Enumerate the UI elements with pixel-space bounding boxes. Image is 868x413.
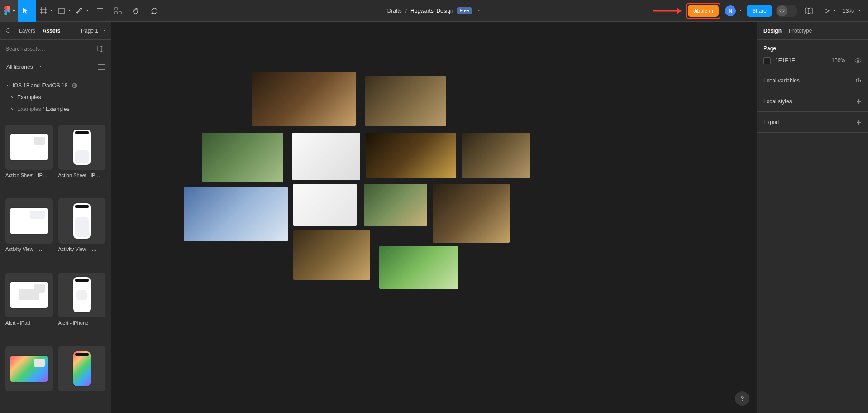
dev-mode-toggle[interactable] xyxy=(776,5,797,17)
main-menu-button[interactable] xyxy=(0,0,18,22)
chevron-down-icon xyxy=(832,9,835,13)
pen-tool-button[interactable] xyxy=(72,0,91,22)
local-styles-section[interactable]: Local styles xyxy=(757,91,868,112)
page-label: Page 1 xyxy=(81,28,98,34)
resources-icon xyxy=(114,7,122,14)
tab-layers[interactable]: Layers xyxy=(19,28,35,34)
library-button[interactable] xyxy=(801,0,816,22)
page-background-row[interactable]: 1E1E1E 100% xyxy=(763,57,862,64)
color-opacity[interactable]: 100% xyxy=(831,58,845,64)
canvas-image[interactable] xyxy=(293,230,370,280)
file-breadcrumb[interactable]: Drafts / Hogwarts_Design Free xyxy=(387,7,481,14)
asset-card[interactable]: Action Sheet - iP… xyxy=(58,125,106,191)
libraries-dropdown[interactable]: All libraries xyxy=(6,64,41,70)
figma-logo-icon xyxy=(4,6,10,15)
color-swatch[interactable] xyxy=(763,57,771,64)
file-name[interactable]: Hogwarts_Design xyxy=(410,8,453,14)
user-avatar[interactable]: N xyxy=(724,5,737,17)
asset-card[interactable]: Alert - iPhone xyxy=(58,273,106,339)
book-icon xyxy=(805,7,813,14)
plus-icon[interactable] xyxy=(856,120,862,125)
canvas-image[interactable] xyxy=(365,76,446,126)
libraries-row: All libraries xyxy=(0,58,111,76)
text-icon xyxy=(96,7,104,14)
plus-icon[interactable] xyxy=(856,99,862,104)
frame-tool-button[interactable] xyxy=(36,0,54,22)
canvas[interactable] xyxy=(111,22,757,413)
svg-point-12 xyxy=(860,80,861,81)
toolbar-right: Jibble in N Share 13% xyxy=(653,0,868,21)
assets-search-input[interactable] xyxy=(5,46,94,52)
svg-point-8 xyxy=(742,400,743,401)
tree-breadcrumb-row[interactable]: Examples / Examples xyxy=(0,103,111,115)
chevron-down-icon[interactable] xyxy=(477,9,481,13)
chevron-down-icon xyxy=(12,9,16,13)
svg-point-6 xyxy=(6,28,10,32)
toolbar: Drafts / Hogwarts_Design Free Jibble in … xyxy=(0,0,868,22)
right-panel-tabs: Design Prototype xyxy=(757,22,868,40)
page-section-title: Page xyxy=(763,45,862,52)
shape-tool-button[interactable] xyxy=(54,0,72,22)
help-button[interactable] xyxy=(735,391,749,406)
tab-prototype[interactable]: Prototype xyxy=(789,28,812,34)
main: Layers Assets Page 1 All libraries xyxy=(0,22,868,413)
avatar-group[interactable]: N xyxy=(724,5,743,17)
canvas-image[interactable] xyxy=(202,133,283,182)
canvas-image[interactable] xyxy=(293,184,357,226)
asset-thumbnail xyxy=(5,273,53,318)
disclosure-icon xyxy=(6,84,10,87)
globe-icon xyxy=(72,83,77,88)
canvas-image[interactable] xyxy=(252,72,356,126)
text-tool-button[interactable] xyxy=(91,0,109,22)
canvas-image[interactable] xyxy=(379,246,458,289)
asset-card[interactable]: Alert - iPad xyxy=(5,273,53,339)
asset-card[interactable]: Activity View - i… xyxy=(58,198,106,265)
canvas-image[interactable] xyxy=(292,133,360,180)
asset-label: Activity View - i… xyxy=(5,246,53,252)
asset-thumbnail xyxy=(58,273,106,318)
asset-card[interactable]: Action Sheet - iP… xyxy=(5,125,53,191)
frame-icon xyxy=(40,7,47,14)
breadcrumb-root[interactable]: Drafts xyxy=(387,8,402,14)
list-view-button[interactable] xyxy=(98,64,105,70)
chevron-down-icon xyxy=(857,9,861,13)
settings-icon[interactable] xyxy=(855,77,862,84)
svg-point-10 xyxy=(856,79,858,80)
color-hex[interactable]: 1E1E1E xyxy=(775,58,807,64)
breadcrumb-separator: / xyxy=(405,8,407,14)
tab-assets[interactable]: Assets xyxy=(43,28,60,34)
zoom-menu[interactable]: 13% xyxy=(841,8,863,14)
tree-library-label: iOS 18 and iPadOS 18 xyxy=(13,82,67,89)
tree-examples-row[interactable]: Examples xyxy=(0,91,111,103)
page-selector[interactable]: Page 1 xyxy=(81,28,105,34)
jibble-in-button[interactable]: Jibble in xyxy=(688,5,719,17)
search-icon[interactable] xyxy=(5,28,12,34)
help-icon xyxy=(739,395,745,402)
canvas-image[interactable] xyxy=(364,184,427,226)
hand-icon xyxy=(133,7,140,14)
asset-thumbnail xyxy=(5,125,53,170)
comment-tool-button[interactable] xyxy=(145,0,163,22)
asset-card[interactable] xyxy=(5,346,53,408)
share-button[interactable]: Share xyxy=(747,5,772,17)
present-button[interactable] xyxy=(820,0,837,22)
export-section[interactable]: Export xyxy=(757,112,868,133)
asset-label: Activity View - i… xyxy=(58,246,106,252)
canvas-image[interactable] xyxy=(184,187,288,241)
canvas-image[interactable] xyxy=(366,133,456,178)
tab-design[interactable]: Design xyxy=(763,28,782,34)
canvas-image[interactable] xyxy=(433,184,510,243)
svg-rect-1 xyxy=(59,8,64,14)
local-variables-section[interactable]: Local variables xyxy=(757,70,868,91)
team-library-button[interactable] xyxy=(97,46,105,52)
chevron-down-icon xyxy=(67,9,71,13)
asset-card[interactable] xyxy=(58,346,106,408)
resources-button[interactable] xyxy=(109,0,127,22)
tree-library-row[interactable]: iOS 18 and iPadOS 18 xyxy=(0,80,111,91)
canvas-image[interactable] xyxy=(462,133,530,178)
asset-card[interactable]: Activity View - i… xyxy=(5,198,53,265)
hand-tool-button[interactable] xyxy=(127,0,145,22)
move-tool-button[interactable] xyxy=(18,0,36,22)
comment-icon xyxy=(151,7,158,14)
visibility-toggle[interactable] xyxy=(854,58,862,63)
